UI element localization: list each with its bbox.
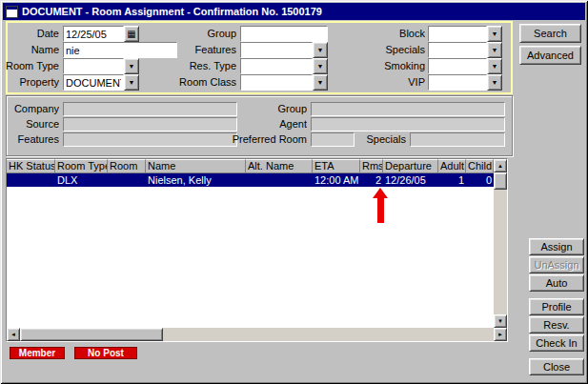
details-group-field xyxy=(311,102,505,116)
column-header-hk-status: HK Status xyxy=(7,159,55,173)
close-button[interactable]: Close xyxy=(529,358,584,375)
column-header-child: Child xyxy=(466,159,494,173)
column-header-departure: Departure xyxy=(383,159,438,173)
features-label: Features xyxy=(181,42,236,58)
group-input[interactable] xyxy=(240,26,328,42)
smoking-input[interactable] xyxy=(428,58,487,74)
vertical-scrollbar-thumb[interactable] xyxy=(494,172,507,190)
name-input[interactable] xyxy=(63,42,177,58)
agent-label: Agent xyxy=(253,117,307,131)
scroll-down-icon: ▼ xyxy=(497,318,503,324)
titlebar[interactable]: DOCUMENT - Room Assignment - Confirmatio… xyxy=(3,3,585,20)
vip-lov-button[interactable]: ▼ xyxy=(487,74,502,91)
scroll-up-button[interactable]: ▲ xyxy=(494,159,507,172)
scroll-right-button[interactable]: ► xyxy=(494,328,507,341)
dropdown-arrow-icon: ▼ xyxy=(129,79,135,86)
group-label: Group xyxy=(181,26,236,42)
scroll-right-icon: ► xyxy=(497,332,503,337)
grid-row-selected[interactable]: DLX Nielsen, Kelly 12:00 AM 2 12/26/05 1… xyxy=(7,173,494,187)
dropdown-arrow-icon: ▼ xyxy=(492,63,498,70)
smoking-lov-button[interactable]: ▼ xyxy=(487,58,502,74)
cell-room xyxy=(108,173,146,187)
column-header-room: Room xyxy=(108,159,146,173)
column-header-room-type: Room Type xyxy=(55,159,108,173)
window-icon xyxy=(6,6,18,18)
specials-input[interactable] xyxy=(428,42,487,58)
auto-button[interactable]: Auto xyxy=(529,274,584,292)
res-type-lov-button[interactable]: ▼ xyxy=(313,58,328,74)
dropdown-arrow-icon: ▼ xyxy=(492,30,498,37)
cell-adult: 1 xyxy=(438,173,466,187)
dropdown-arrow-icon: ▼ xyxy=(492,47,498,53)
column-header-name: Name xyxy=(146,159,246,173)
room-class-lov-button[interactable]: ▼ xyxy=(313,74,328,91)
property-input[interactable] xyxy=(63,74,124,91)
calendar-icon: ▦ xyxy=(127,29,135,39)
details-features-label: Features xyxy=(8,132,59,147)
features-lov-button[interactable]: ▼ xyxy=(313,42,328,58)
horizontal-scrollbar-thumb[interactable] xyxy=(20,328,163,341)
property-lov-button[interactable]: ▼ xyxy=(124,74,139,91)
profile-button[interactable]: Profile xyxy=(529,298,584,315)
cell-child: 0 xyxy=(466,173,494,187)
cell-rms: 2 xyxy=(360,173,383,187)
cell-room-type: DLX xyxy=(55,173,108,187)
column-header-rms: Rms xyxy=(360,159,383,173)
source-field xyxy=(63,117,237,131)
check-in-button[interactable]: Check In xyxy=(529,334,584,352)
scroll-left-icon: ◄ xyxy=(10,332,16,337)
details-specials-field xyxy=(410,132,505,147)
room-type-label: Room Type xyxy=(4,58,59,74)
res-type-label: Res. Type xyxy=(181,58,236,74)
advanced-button[interactable]: Advanced xyxy=(519,46,581,65)
source-label: Source xyxy=(8,117,59,131)
details-specials-label: Specials xyxy=(358,132,406,147)
room-class-label: Room Class xyxy=(177,74,236,91)
vip-input[interactable] xyxy=(428,74,487,91)
cell-name: Nielsen, Kelly xyxy=(146,173,246,187)
scroll-down-button[interactable]: ▼ xyxy=(494,314,507,328)
cell-alt-name xyxy=(246,173,313,187)
block-lov-button[interactable]: ▼ xyxy=(487,26,502,42)
preferred-room-field xyxy=(311,132,355,147)
preferred-room-label: Preferred Room xyxy=(227,132,307,147)
dropdown-arrow-icon: ▼ xyxy=(129,63,135,70)
dropdown-arrow-icon: ▼ xyxy=(317,63,324,70)
dropdown-arrow-icon: ▼ xyxy=(317,47,324,53)
property-label: Property xyxy=(4,74,59,91)
room-type-input[interactable] xyxy=(63,58,124,74)
specials-lov-button[interactable]: ▼ xyxy=(487,42,502,58)
details-group-label: Group xyxy=(253,102,307,116)
results-grid: HK Status Room Type Room Name Alt. Name … xyxy=(6,158,508,342)
block-label: Block xyxy=(368,26,425,42)
room-assignment-window: DOCUMENT - Room Assignment - Confirmatio… xyxy=(0,0,588,384)
company-label: Company xyxy=(8,102,59,116)
annotation-arrow-shaft xyxy=(377,197,384,223)
agent-field xyxy=(311,117,505,131)
details-features-field xyxy=(63,132,237,147)
vip-label: VIP xyxy=(368,74,425,91)
features-input[interactable] xyxy=(240,42,313,58)
room-class-input[interactable] xyxy=(240,74,313,91)
date-input[interactable] xyxy=(63,26,124,42)
calendar-button[interactable]: ▦ xyxy=(124,26,139,42)
smoking-label: Smoking xyxy=(368,58,425,74)
room-type-lov-button[interactable]: ▼ xyxy=(124,58,139,74)
column-header-adult: Adult xyxy=(438,159,466,173)
res-type-input[interactable] xyxy=(240,58,313,74)
resv-button[interactable]: Resv. xyxy=(529,316,584,333)
scroll-up-icon: ▲ xyxy=(497,163,503,169)
column-header-eta: ETA xyxy=(313,159,360,173)
grid-header: HK Status Room Type Room Name Alt. Name … xyxy=(7,159,494,173)
member-lamp[interactable]: Member xyxy=(10,347,65,359)
scroll-left-button[interactable]: ◄ xyxy=(7,328,20,341)
search-button[interactable]: Search xyxy=(519,24,581,43)
window-title: DOCUMENT - Room Assignment - Confirmatio… xyxy=(22,6,322,17)
block-input[interactable] xyxy=(428,26,487,42)
no-post-lamp[interactable]: No Post xyxy=(74,347,137,359)
company-field xyxy=(63,102,237,116)
assign-button[interactable]: Assign xyxy=(529,238,584,255)
column-header-alt-name: Alt. Name xyxy=(246,159,313,173)
dropdown-arrow-icon: ▼ xyxy=(492,79,498,86)
unassign-button[interactable]: UnAssign xyxy=(529,256,584,273)
